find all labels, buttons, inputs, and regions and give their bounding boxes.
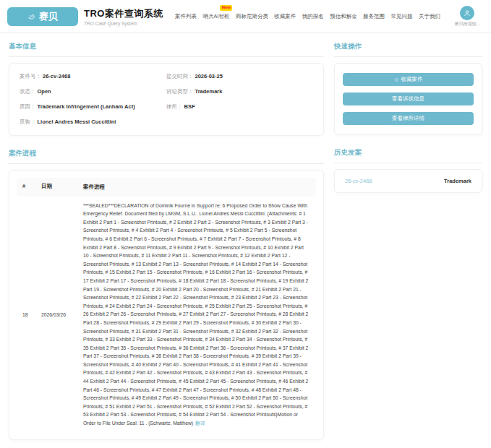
history-case-link[interactable]: 26-cv-2468 bbox=[345, 178, 372, 184]
row-progress-text: ***SEALED***DECLARATION of Dominik Fourn… bbox=[83, 202, 310, 428]
field-label: 状态： bbox=[20, 88, 36, 95]
right-column: 快速操作 ☆ 收藏案件 查看诉状信息 查看律所详情 历史发案 26-cv-246… bbox=[334, 38, 482, 448]
nav-item-case-list[interactable]: 案件列表 bbox=[175, 12, 197, 22]
field-value: Open bbox=[38, 88, 51, 95]
field-value: Trademark bbox=[195, 88, 223, 95]
field-value: 26-cv-2468 bbox=[43, 73, 70, 79]
field-cause: 原因： Trademark Infringement (Lanham Act) bbox=[20, 103, 166, 111]
nav-item-faq[interactable]: 常见问题 bbox=[391, 12, 413, 22]
basic-info-title: 基本信息 bbox=[9, 38, 324, 57]
quick-actions-card: ☆ 收藏案件 查看诉状信息 查看律所详情 bbox=[334, 63, 482, 135]
field-label: 原告： bbox=[20, 119, 36, 126]
main-content: 基本信息 案件号： 26-cv-2468 提交时间： 2026-03-25 状态… bbox=[0, 33, 491, 448]
basic-info-section: 基本信息 案件号： 26-cv-2468 提交时间： 2026-03-25 状态… bbox=[9, 38, 324, 136]
field-label: 提交时间： bbox=[166, 73, 194, 80]
nav-item-service-scope[interactable]: 服务范围 bbox=[363, 12, 385, 22]
field-value: Lionel Andres Messi Cuccittini bbox=[38, 119, 116, 125]
field-label: 诉讼类型： bbox=[166, 88, 194, 95]
brand-logo[interactable]: 赛贝 bbox=[7, 7, 78, 26]
field-label: 原因： bbox=[20, 103, 36, 111]
user-account[interactable]: 赛贝跨境知... bbox=[451, 6, 484, 27]
nav-item-my-registration[interactable]: 我的报名 bbox=[302, 12, 324, 22]
progress-table-header: # 日期 案件进程 bbox=[17, 178, 316, 197]
field-submit-date: 提交时间： 2026-03-25 bbox=[166, 73, 313, 80]
translate-link[interactable]: 翻译 bbox=[195, 421, 205, 426]
app-title: TRO案件查询系统 bbox=[84, 7, 163, 20]
quick-actions-title: 快速操作 bbox=[334, 38, 482, 57]
row-index: 18 bbox=[22, 312, 41, 317]
history-case-type: Trademark bbox=[444, 178, 471, 184]
case-progress-card: # 日期 案件进程 18 2026/03/26 ***SEALED***DECL… bbox=[9, 170, 324, 440]
field-case-number: 案件号： 26-cv-2468 bbox=[20, 73, 166, 80]
field-label: 律所： bbox=[166, 103, 183, 111]
star-icon: ☆ bbox=[393, 77, 398, 83]
basic-info-grid: 案件号： 26-cv-2468 提交时间： 2026-03-25 状态： Ope… bbox=[9, 64, 323, 135]
view-complaint-label: 查看诉状信息 bbox=[392, 95, 424, 103]
view-law-firm-button[interactable]: 查看律所详情 bbox=[343, 112, 474, 125]
history-title: 历史发案 bbox=[334, 144, 482, 163]
history-card: 26-cv-2468 Trademark bbox=[334, 169, 482, 193]
favorite-case-label: 收藏案件 bbox=[401, 76, 423, 83]
left-column: 基本信息 案件号： 26-cv-2468 提交时间： 2026-03-25 状态… bbox=[9, 38, 324, 448]
field-value: 2026-03-25 bbox=[195, 73, 223, 79]
nav-item-favorite-cases[interactable]: 收藏案件 bbox=[274, 12, 296, 22]
case-progress-section: 案件进程 # 日期 案件进程 18 2026/03/26 ***SEALED**… bbox=[9, 145, 324, 440]
nav-item-about-us[interactable]: 关于我们 bbox=[419, 12, 440, 22]
app-header: 赛贝 TRO案件查询系统 TRO Case Query System 案件列表 … bbox=[0, 0, 491, 33]
view-complaint-button[interactable]: 查看诉状信息 bbox=[343, 92, 474, 105]
app-subtitle: TRO Case Query System bbox=[84, 21, 163, 26]
progress-table-row: 18 2026/03/26 ***SEALED***DECLARATION of… bbox=[17, 197, 316, 432]
progress-description: ***SEALED***DECLARATION of Dominik Fourn… bbox=[83, 203, 308, 426]
field-law-firm: 律所： BSF bbox=[166, 103, 313, 111]
column-header-index: # bbox=[22, 183, 41, 191]
main-nav: 案件列表 哨兵AI智检 New 商标尼斯分类 收藏案件 我的报名 预估和解金 服… bbox=[175, 12, 440, 22]
view-law-firm-label: 查看律所详情 bbox=[392, 115, 424, 122]
column-header-date: 日期 bbox=[41, 183, 83, 191]
column-header-progress: 案件进程 bbox=[83, 183, 310, 191]
field-litigation-type: 诉讼类型： Trademark bbox=[166, 88, 313, 95]
user-avatar-icon bbox=[460, 6, 474, 20]
basic-info-card: 案件号： 26-cv-2468 提交时间： 2026-03-25 状态： Ope… bbox=[9, 63, 324, 136]
nav-item-settlement-estimate[interactable]: 预估和解金 bbox=[330, 12, 357, 22]
favorite-case-button[interactable]: ☆ 收藏案件 bbox=[343, 73, 474, 86]
history-section: 历史发案 26-cv-2468 Trademark bbox=[334, 144, 482, 193]
nav-item-ai-check[interactable]: 哨兵AI智检 New bbox=[202, 12, 229, 22]
brand-logo-text: 赛贝 bbox=[39, 10, 58, 23]
nav-item-nice-classification[interactable]: 商标尼斯分类 bbox=[236, 12, 268, 22]
field-value: Trademark Infringement (Lanham Act) bbox=[38, 103, 135, 110]
brand-bird-icon bbox=[27, 12, 36, 21]
app-title-block: TRO案件查询系统 TRO Case Query System bbox=[84, 7, 163, 26]
case-progress-title: 案件进程 bbox=[9, 145, 324, 164]
field-status: 状态： Open bbox=[20, 88, 166, 95]
quick-actions-section: 快速操作 ☆ 收藏案件 查看诉状信息 查看律所详情 bbox=[334, 38, 482, 135]
user-name-label: 赛贝跨境知... bbox=[451, 21, 484, 27]
field-value: BSF bbox=[184, 103, 195, 110]
field-plaintiff: 原告： Lionel Andres Messi Cuccittini bbox=[20, 119, 166, 126]
field-label: 案件号： bbox=[20, 73, 41, 80]
row-date: 2026/03/26 bbox=[41, 312, 83, 317]
new-badge: New bbox=[220, 5, 232, 11]
